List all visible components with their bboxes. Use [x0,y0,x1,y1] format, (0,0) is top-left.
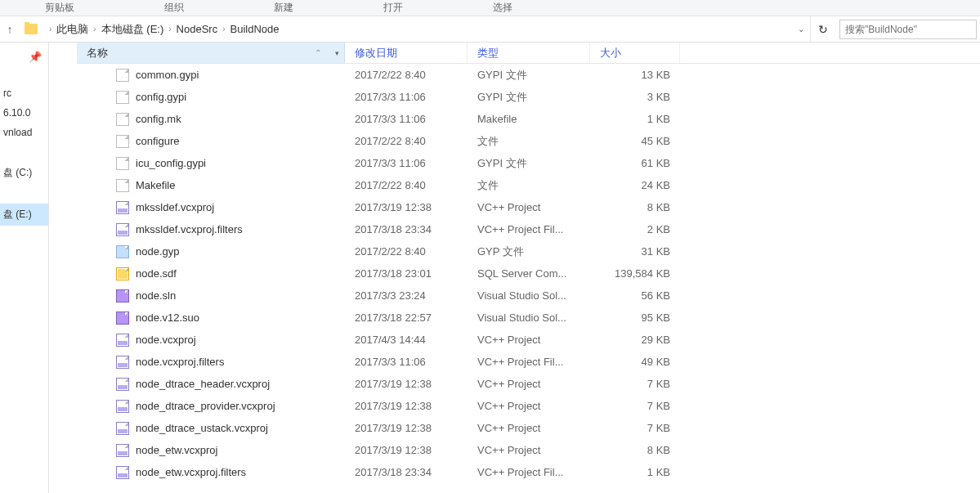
file-name: config.gypi [136,91,186,103]
crumb-chevron-icon[interactable]: › [49,25,51,34]
crumb-chevron-icon[interactable]: › [168,25,171,34]
file-date: 2017/3/18 23:34 [345,223,468,235]
address-history-dropdown[interactable]: ⌄ [792,25,810,34]
pin-icon[interactable]: 📌 [0,49,48,64]
sidebar-item[interactable]: 6.10.0 [0,103,48,123]
file-icon [116,179,129,192]
ribbon-tab-new[interactable]: 新建 [229,1,338,15]
file-type: GYPI 文件 [468,90,590,105]
ribbon-tab-open[interactable]: 打开 [338,1,448,15]
file-row[interactable]: node.vcxproj.filters2017/3/3 11:06VC++ P… [77,351,980,373]
file-row[interactable]: mkssldef.vcxproj.filters2017/3/18 23:34V… [77,218,980,240]
navigation-sidebar: 📌 rc6.10.0vnload 盘 (C:) 盘 (E:) [0,43,49,493]
file-name: node.vcxproj.filters [136,356,224,368]
sidebar-item[interactable]: 盘 (E:) [0,204,48,226]
column-header-type[interactable]: 类型 [468,43,590,63]
file-date: 2017/2/22 8:40 [345,179,468,191]
file-type: 文件 [468,178,590,193]
sidebar-item[interactable]: 盘 (C:) [0,162,48,184]
crumb-folder[interactable]: BuildNode [230,23,280,35]
file-name: node.sdf [136,267,177,280]
file-row[interactable]: node.sdf2017/3/18 23:01SQL Server Com...… [77,262,980,285]
ribbon-tab-clipboard[interactable]: 剪贴板 [0,1,119,15]
file-name: node_dtrace_ustack.vcxproj [136,422,268,434]
file-date: 2017/2/22 8:40 [345,69,468,81]
crumb-folder[interactable]: NodeSrc [177,23,218,35]
file-row[interactable]: config.gypi2017/3/3 11:06GYPI 文件3 KB [77,86,980,108]
file-row[interactable]: common.gypi2017/2/22 8:40GYPI 文件13 KB [77,64,980,86]
file-type: VC++ Project [468,400,590,412]
ribbon-tabs: 剪贴板 组织 新建 打开 选择 [0,0,980,16]
file-icon [116,378,129,391]
file-type: Makefile [468,113,590,125]
file-size: 56 KB [590,289,680,302]
crumb-chevron-icon[interactable]: › [93,25,96,34]
file-name: Makefile [136,179,175,191]
file-size: 1 KB [590,466,680,478]
file-row[interactable]: node.sln2017/3/3 23:24Visual Studio Sol.… [77,285,980,307]
file-icon [116,356,129,369]
file-row[interactable]: config.mk2017/3/3 11:06Makefile1 KB [77,108,980,130]
column-header-date[interactable]: 修改日期 [345,43,468,63]
file-row[interactable]: mkssldef.vcxproj2017/3/19 12:38VC++ Proj… [77,196,980,218]
file-row[interactable]: configure2017/2/22 8:40文件45 KB [77,130,980,152]
file-row[interactable]: node_etw.vcxproj2017/3/19 12:38VC++ Proj… [77,439,980,461]
crumb-chevron-icon[interactable]: › [222,25,225,34]
ribbon-tab-select[interactable]: 选择 [448,1,557,15]
file-row[interactable]: node.v12.suo2017/3/18 22:57Visual Studio… [77,307,980,329]
file-type: SQL Server Com... [468,267,590,280]
file-row[interactable]: node_etw.vcxproj.filters2017/3/18 23:34V… [77,461,980,483]
file-row[interactable]: Makefile2017/2/22 8:40文件24 KB [77,174,980,196]
column-label: 名称 [87,46,108,61]
file-icon [116,289,129,303]
column-dropdown-icon[interactable]: ▾ [335,49,339,57]
sidebar-item[interactable]: vnload [0,123,48,142]
file-icon [116,267,129,280]
file-row[interactable]: node_dtrace_ustack.vcxproj2017/3/19 12:3… [77,417,980,439]
refresh-button[interactable]: ↻ [810,16,835,42]
file-size: 31 KB [590,245,680,258]
sidebar-item[interactable]: rc [0,83,48,103]
file-type: VC++ Project [468,201,590,213]
file-type: GYPI 文件 [468,68,590,83]
file-icon [116,466,129,479]
file-icon [116,311,129,325]
file-icon [116,422,129,435]
file-date: 2017/2/22 8:40 [345,245,468,258]
file-date: 2017/3/18 22:57 [345,311,468,324]
up-button[interactable]: ↑ [0,23,20,36]
file-row[interactable]: icu_config.gypi2017/3/3 11:06GYPI 文件61 K… [77,152,980,174]
file-size: 2 KB [590,223,680,235]
file-size: 95 KB [590,311,680,324]
sidebar-item[interactable] [0,64,48,83]
column-header-size[interactable]: 大小 [590,43,680,63]
file-date: 2017/3/19 12:38 [345,422,468,434]
file-size: 7 KB [590,378,680,390]
crumb-root[interactable]: 此电脑 [56,22,88,37]
column-header-name[interactable]: 名称 ⌃ ▾ [77,43,345,63]
file-name: configure [136,135,179,147]
file-row[interactable]: node_dtrace_provider.vcxproj2017/3/19 12… [77,395,980,417]
sidebar-item[interactable] [0,184,48,204]
file-name: node_etw.vcxproj.filters [136,466,246,478]
file-size: 7 KB [590,422,680,434]
ribbon-tab-organize[interactable]: 组织 [119,1,229,15]
file-icon [116,113,129,126]
file-list-pane: 名称 ⌃ ▾ 修改日期 类型 大小 common.gypi2017/2/22 8… [49,43,980,493]
file-row[interactable]: node_dtrace_header.vcxproj2017/3/19 12:3… [77,373,980,395]
file-row[interactable]: node.gyp2017/2/22 8:40GYP 文件31 KB [77,240,980,262]
file-size: 139,584 KB [590,267,680,280]
file-type: VC++ Project Fil... [468,356,590,368]
sidebar-item[interactable] [0,142,48,162]
file-date: 2017/4/3 14:44 [345,334,468,346]
file-icon [116,245,129,258]
search-input[interactable] [839,20,977,39]
file-type: GYPI 文件 [468,156,590,171]
file-size: 7 KB [590,400,680,412]
crumb-drive[interactable]: 本地磁盘 (E:) [101,22,164,37]
file-row[interactable]: node.vcxproj2017/4/3 14:44VC++ Project29… [77,329,980,351]
file-name: icu_config.gypi [136,157,206,169]
file-icon [116,135,129,148]
file-size: 8 KB [590,201,680,213]
file-size: 8 KB [590,444,680,456]
